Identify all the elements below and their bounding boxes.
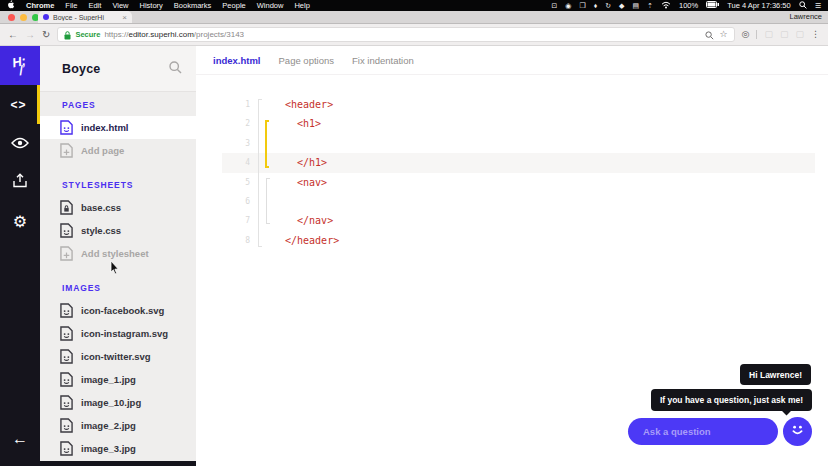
window-minimize-button[interactable] <box>20 14 27 21</box>
file-row-icon-instagram[interactable]: icon-instagram.svg <box>40 322 196 345</box>
file-smiley-icon <box>60 120 73 135</box>
file-row-image-3[interactable]: image_3.jpg <box>40 437 196 460</box>
code-icon: <> <box>10 98 26 112</box>
settings-button[interactable]: ⚙ <box>0 202 40 241</box>
menu-edit[interactable]: Edit <box>88 1 101 10</box>
fold-bracket-nav <box>266 178 270 224</box>
line-number: 8 <box>236 231 250 250</box>
status-icon-4[interactable]: ♦ <box>594 2 598 9</box>
disabled-extension-icon-2: ▢ <box>780 30 789 39</box>
file-smiley-icon <box>60 303 73 318</box>
chrome-menu-icon[interactable]: ⋮ <box>811 30 820 39</box>
browser-tab[interactable]: Boyce - SuperHi × <box>38 11 132 23</box>
publish-button[interactable] <box>0 163 40 202</box>
file-row-base-css[interactable]: base.css <box>40 196 196 219</box>
section-label-pages: PAGES <box>40 100 196 110</box>
tab-index-html[interactable]: index.html <box>213 55 261 66</box>
file-row-image-10[interactable]: image_10.jpg <box>40 391 196 414</box>
ask-question-input[interactable]: Ask a question <box>628 418 778 445</box>
add-page-button[interactable]: Add page <box>40 139 196 162</box>
gear-icon: ⚙ <box>13 214 27 230</box>
apple-menu-icon[interactable] <box>7 0 15 11</box>
chrome-urlbar: ← → ↻ Secure https://editor.superhi.com/… <box>0 24 828 46</box>
window-close-button[interactable] <box>8 14 15 21</box>
menu-help[interactable]: Help <box>294 1 309 10</box>
notification-center-icon[interactable]: ☰ <box>815 2 821 9</box>
fix-indentation-button[interactable]: Fix indentation <box>352 55 414 66</box>
menu-people[interactable]: People <box>222 1 245 10</box>
tab-title: Boyce - SuperHi <box>53 14 119 21</box>
status-icon-2[interactable]: ◉ <box>565 2 571 9</box>
code-line[interactable]: <h1> <box>285 114 828 133</box>
menu-chrome[interactable]: Chrome <box>26 1 54 10</box>
file-name: style.css <box>81 225 121 236</box>
file-row-icon-twitter[interactable]: icon-twitter.svg <box>40 345 196 368</box>
code-line[interactable] <box>285 192 828 211</box>
file-smiley-icon <box>60 418 73 433</box>
menu-window[interactable]: Window <box>257 1 284 10</box>
file-name: base.css <box>81 202 121 213</box>
file-row-style-css[interactable]: style.css <box>40 219 196 242</box>
spotlight-icon[interactable] <box>799 1 807 11</box>
search-icon[interactable] <box>169 60 182 78</box>
menubar-clock[interactable]: Tue 4 Apr 17:36:50 <box>727 1 791 10</box>
locked-file-icon <box>60 200 73 215</box>
code-line[interactable]: </h1> <box>285 153 828 172</box>
status-icon-8[interactable]: ⇡ <box>647 2 653 9</box>
back-to-dashboard-button[interactable]: ← <box>0 419 40 458</box>
code-line[interactable]: <nav> <box>285 173 828 192</box>
macos-menubar: Chrome File Edit View History Bookmarks … <box>0 0 828 11</box>
address-bar[interactable]: Secure https://editor.superhi.com/projec… <box>57 27 734 42</box>
wifi-icon[interactable] <box>661 1 671 11</box>
line-number: 1 <box>236 95 250 114</box>
preview-button[interactable] <box>0 124 40 163</box>
line-number: 3 <box>236 134 250 153</box>
code-view-button[interactable]: <> <box>0 85 40 124</box>
code-line[interactable] <box>285 134 828 153</box>
url-path: /projects/3143 <box>194 30 244 39</box>
reload-icon[interactable]: ↻ <box>42 30 50 40</box>
menu-history[interactable]: History <box>140 1 163 10</box>
line-number: 7 <box>236 211 250 230</box>
code-line[interactable]: </header> <box>285 231 828 250</box>
window-bottom-edge <box>40 461 196 466</box>
line-number: 2 <box>236 114 250 133</box>
chat-toggle-button[interactable] <box>783 417 812 446</box>
battery-percent[interactable]: 100% <box>679 1 698 10</box>
status-icon-3[interactable]: ❒ <box>579 2 585 9</box>
chrome-profile-name[interactable]: Lawrence <box>789 12 822 21</box>
code-line[interactable]: <header> <box>285 95 828 114</box>
superhi-logo[interactable]: H; / <box>0 46 40 85</box>
url-domain: editor.superhi.com <box>128 30 193 39</box>
file-smiley-icon <box>60 395 73 410</box>
secure-label: Secure <box>75 30 100 39</box>
file-row-image-1[interactable]: image_1.jpg <box>40 368 196 391</box>
page-options-button[interactable]: Page options <box>279 55 334 66</box>
section-label-images: IMAGES <box>40 283 196 293</box>
menu-file[interactable]: File <box>65 1 77 10</box>
toolbar-separator <box>756 30 757 39</box>
file-row-index-html[interactable]: index.html <box>40 116 196 139</box>
file-smiley-icon <box>60 441 73 456</box>
add-stylesheet-label: Add stylesheet <box>81 248 149 259</box>
back-icon[interactable]: ← <box>8 30 18 40</box>
status-icon-7[interactable]: ▤ <box>633 2 640 9</box>
file-row-image-2[interactable]: image_2.jpg <box>40 414 196 437</box>
bookmark-star-icon[interactable]: ☆ <box>720 30 728 39</box>
tab-close-icon[interactable]: × <box>122 13 127 22</box>
status-icon-5[interactable]: ↻ <box>605 2 611 9</box>
zoom-search-icon[interactable] <box>705 26 714 44</box>
fold-bracket-header <box>258 99 262 247</box>
status-icon-6[interactable]: ◆ <box>619 2 624 9</box>
menu-view[interactable]: View <box>112 1 128 10</box>
url-text: https://editor.superhi.com/projects/3143 <box>104 30 244 39</box>
file-smiley-icon <box>60 326 73 341</box>
extension-icon[interactable]: ◎ <box>742 30 750 39</box>
code-lines[interactable]: <header> <h1> </h1> <nav> </nav> </heade… <box>285 95 828 250</box>
menu-bookmarks[interactable]: Bookmarks <box>174 1 212 10</box>
status-icon-1[interactable]: ⊡ <box>551 2 557 9</box>
file-name: icon-facebook.svg <box>81 305 164 316</box>
file-name: image_10.jpg <box>81 397 141 408</box>
code-line[interactable]: </nav> <box>285 211 828 230</box>
file-row-icon-facebook[interactable]: icon-facebook.svg <box>40 299 196 322</box>
